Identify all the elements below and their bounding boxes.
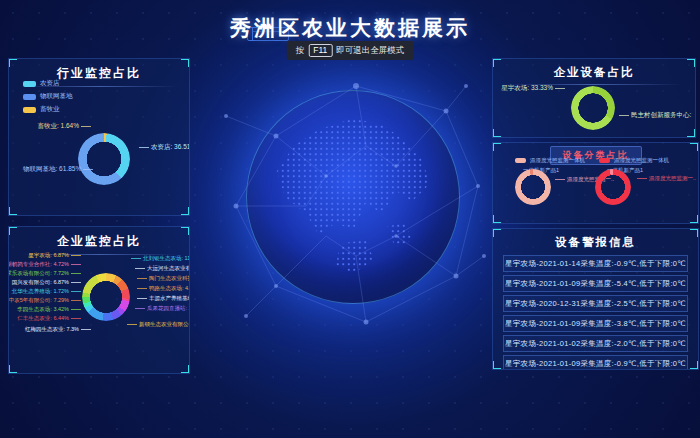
legend-label: 温湿度光照监测一体机	[614, 157, 669, 164]
chart-label: 星宇农场: 6.87%	[28, 252, 81, 259]
tooltip-prefix: 按	[296, 45, 305, 57]
legend-item[interactable]: 温湿度光照监测一体机	[515, 157, 585, 164]
enterprise-monitor-panel: 企业监控占比 星宇农场: 6.87% 秀湖鹌鹑专业合作社: 4.72% 家乐农场…	[8, 226, 190, 374]
chart-label: 瓜果花园直播站: 15.02%	[135, 305, 190, 312]
alarm-row: 星宇农场-2021-01-09采集温度:-3.8℃,低于下限:0℃	[503, 315, 688, 332]
globe-visualization[interactable]	[246, 90, 460, 304]
legend-swatch	[23, 107, 36, 113]
chart-label: 农资店: 36.51%	[139, 143, 190, 152]
chart-label: 北华生态养殖场: 1.72%	[12, 288, 81, 295]
legend-item[interactable]: 畜牧业	[23, 105, 73, 114]
industry-donut-chart[interactable]	[78, 133, 130, 185]
chart-label: 星宇农场: 33.33%	[501, 84, 565, 93]
chart-label: 家乐农场有限公司: 7.72%	[8, 270, 81, 277]
legend-swatch	[599, 158, 610, 163]
panel-title: 企业设备占比	[493, 65, 695, 80]
chart-label: 民主村创新服务中心:	[619, 111, 691, 120]
chart-label: 中农5年有限公司: 7.29%	[9, 297, 81, 304]
legend-label: 物联网基地	[40, 92, 73, 101]
chart-label: 丰源水产养殖基地: 1.	[137, 295, 190, 302]
chart-label: 陶门生态农业科技有限公	[137, 275, 190, 282]
legend-swatch	[23, 81, 36, 87]
device-ratio-panel: 企业设备占比 星宇农场: 33.33% 民主村创新服务中心:	[492, 58, 696, 138]
legend-item[interactable]: 物联网基地	[23, 92, 73, 101]
alarm-list: 星宇农场-2021-01-14采集温度:-0.9℃,低于下限:0℃ 星宇农场-2…	[503, 255, 688, 370]
chart-label: 大运河生态农业有限责任公	[135, 265, 190, 272]
alarm-row: 星宇农场-2021-01-09采集温度:-0.9℃,低于下限:0℃	[503, 355, 688, 370]
chart-label: 畜牧业: 1.64%	[37, 122, 91, 131]
chart-label: 李园生态农场: 3.42%	[17, 306, 81, 313]
panel-title: 企业监控占比	[9, 233, 189, 250]
category-donut-right[interactable]	[595, 169, 631, 205]
legend-item[interactable]: 农资店	[23, 79, 73, 88]
legend-label: 温湿度光照监测一体机	[530, 157, 585, 164]
chart-label: 温湿度光照监测一..	[637, 175, 696, 182]
legend-swatch	[515, 158, 526, 163]
alarm-row: 星宇农场-2021-01-14采集温度:-0.9℃,低于下限:0℃	[503, 255, 688, 272]
dashboard: 秀洲区农业大数据展示 按 F11 即可退出全屏模式 行业监控占比 农资店 物联网…	[0, 0, 700, 438]
category-donut-left[interactable]	[515, 169, 551, 205]
chart-label: 仁丰生态农业: 6.44%	[17, 315, 81, 322]
legend-label: 畜牧业	[40, 105, 60, 114]
legend-swatch	[23, 94, 36, 100]
f11-keycap: F11	[308, 44, 332, 57]
chart-label: 北刘银生态农场: 11.56%	[131, 255, 190, 262]
alarm-row: 星宇农场-2021-01-09采集温度:-5.4℃,低于下限:0℃	[503, 275, 688, 292]
chart-label: 新硕生态农业有限公司: 6.87%	[127, 321, 190, 328]
device-donut-chart[interactable]	[571, 86, 615, 130]
chart-label: 红梅园生态农业: 7.3%	[25, 326, 91, 333]
tooltip-suffix: 即可退出全屏模式	[336, 45, 404, 57]
panel-title: 设备警报信息	[493, 235, 698, 250]
legend-label: 农资店	[40, 79, 60, 88]
alarm-row: 星宇农场-2021-01-02采集温度:-2.0℃,低于下限:0℃	[503, 335, 688, 352]
fullscreen-exit-tooltip: 按 F11 即可退出全屏模式	[287, 41, 414, 60]
chart-label: 鸭路生态农场: 4.29%	[137, 285, 190, 292]
page-title: 秀洲区农业大数据展示	[0, 14, 700, 42]
industry-monitor-panel: 行业监控占比 农资店 物联网基地 畜牧业 畜牧业: 1.64% 农资店: 36.…	[8, 58, 190, 216]
legend-item[interactable]: 温湿度光照监测一体机	[599, 157, 669, 164]
enterprise-donut-chart[interactable]	[82, 273, 130, 321]
chart-label: 物联网基地: 61.85%	[23, 165, 93, 174]
chart-label: 国兴发有限公司: 6.87%	[12, 279, 81, 286]
alarm-row: 星宇农场-2020-12-31采集温度:-2.5℃,低于下限:0℃	[503, 295, 688, 312]
device-alarm-panel: 设备警报信息 星宇农场-2021-01-14采集温度:-0.9℃,低于下限:0℃…	[492, 228, 699, 370]
device-category-panel: 设备分类占比 温湿度光照监测一体机 一体机新产品1 温湿度光照监测一.. 温湿度…	[492, 142, 699, 224]
chart-label: 秀湖鹌鹑专业合作社: 4.72%	[8, 261, 81, 268]
